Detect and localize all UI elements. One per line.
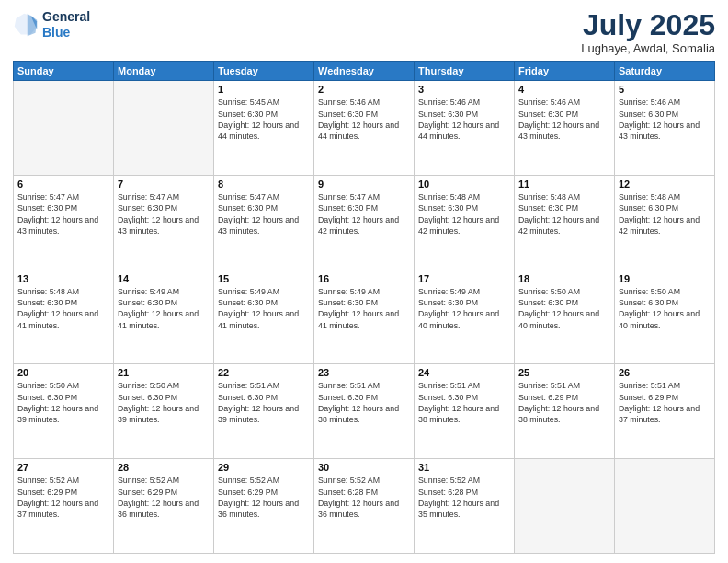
day-cell: 27Sunrise: 5:52 AM Sunset: 6:29 PM Dayli… [14,459,114,554]
day-info: Sunrise: 5:52 AM Sunset: 6:28 PM Dayligh… [318,475,410,520]
day-cell: 7Sunrise: 5:47 AM Sunset: 6:30 PM Daylig… [114,175,214,270]
location: Lughaye, Awdal, Somalia [581,41,715,55]
day-info: Sunrise: 5:52 AM Sunset: 6:29 PM Dayligh… [218,475,310,520]
day-cell: 30Sunrise: 5:52 AM Sunset: 6:28 PM Dayli… [314,459,415,554]
day-header-thursday: Thursday [415,62,515,81]
day-cell: 8Sunrise: 5:47 AM Sunset: 6:30 PM Daylig… [214,175,314,270]
day-info: Sunrise: 5:50 AM Sunset: 6:30 PM Dayligh… [17,380,109,425]
day-number: 24 [418,367,510,378]
calendar: SundayMondayTuesdayWednesdayThursdayFrid… [13,61,715,554]
page: General Blue July 2025 Lughaye, Awdal, S… [0,0,728,563]
week-row-1: 1Sunrise: 5:45 AM Sunset: 6:30 PM Daylig… [14,81,715,176]
day-number: 3 [418,84,510,95]
day-cell: 5Sunrise: 5:46 AM Sunset: 6:30 PM Daylig… [615,81,715,176]
logo-icon [13,12,39,38]
day-number: 8 [218,178,310,190]
day-number: 30 [318,462,410,473]
day-cell: 17Sunrise: 5:49 AM Sunset: 6:30 PM Dayli… [415,270,515,364]
day-info: Sunrise: 5:46 AM Sunset: 6:30 PM Dayligh… [518,97,610,142]
week-row-5: 27Sunrise: 5:52 AM Sunset: 6:29 PM Dayli… [14,459,715,554]
day-cell [14,81,114,176]
day-number: 5 [619,84,711,95]
day-number: 9 [318,178,410,190]
day-info: Sunrise: 5:46 AM Sunset: 6:30 PM Dayligh… [619,97,711,142]
day-header-sunday: Sunday [14,62,114,81]
day-header-monday: Monday [114,62,214,81]
day-cell [515,459,615,554]
day-info: Sunrise: 5:49 AM Sunset: 6:30 PM Dayligh… [318,286,410,331]
day-cell [114,81,214,176]
day-cell: 21Sunrise: 5:50 AM Sunset: 6:30 PM Dayli… [114,364,214,459]
day-cell: 31Sunrise: 5:52 AM Sunset: 6:28 PM Dayli… [415,459,515,554]
day-header-saturday: Saturday [615,62,715,81]
day-info: Sunrise: 5:47 AM Sunset: 6:30 PM Dayligh… [17,191,109,236]
day-info: Sunrise: 5:48 AM Sunset: 6:30 PM Dayligh… [518,191,610,236]
day-cell: 20Sunrise: 5:50 AM Sunset: 6:30 PM Dayli… [14,364,114,459]
week-row-2: 6Sunrise: 5:47 AM Sunset: 6:30 PM Daylig… [14,175,715,270]
day-header-tuesday: Tuesday [214,62,314,81]
day-cell: 1Sunrise: 5:45 AM Sunset: 6:30 PM Daylig… [214,81,314,176]
day-number: 20 [17,367,109,378]
day-cell: 9Sunrise: 5:47 AM Sunset: 6:30 PM Daylig… [314,175,415,270]
week-row-4: 20Sunrise: 5:50 AM Sunset: 6:30 PM Dayli… [14,364,715,459]
logo-text: General Blue [42,9,90,40]
day-number: 18 [518,273,610,284]
day-number: 29 [218,462,310,473]
day-number: 21 [118,367,210,378]
day-cell: 16Sunrise: 5:49 AM Sunset: 6:30 PM Dayli… [314,270,415,364]
day-header-friday: Friday [515,62,615,81]
day-cell: 23Sunrise: 5:51 AM Sunset: 6:30 PM Dayli… [314,364,415,459]
day-cell: 2Sunrise: 5:46 AM Sunset: 6:30 PM Daylig… [314,81,415,176]
day-info: Sunrise: 5:50 AM Sunset: 6:30 PM Dayligh… [619,286,711,331]
day-number: 4 [518,84,610,95]
day-info: Sunrise: 5:48 AM Sunset: 6:30 PM Dayligh… [418,191,510,236]
day-cell: 25Sunrise: 5:51 AM Sunset: 6:29 PM Dayli… [515,364,615,459]
day-number: 1 [218,84,310,95]
day-number: 23 [318,367,410,378]
day-number: 15 [218,273,310,284]
day-number: 22 [218,367,310,378]
day-info: Sunrise: 5:52 AM Sunset: 6:29 PM Dayligh… [17,475,109,520]
day-info: Sunrise: 5:48 AM Sunset: 6:30 PM Dayligh… [619,191,711,236]
day-info: Sunrise: 5:51 AM Sunset: 6:29 PM Dayligh… [518,380,610,425]
day-number: 10 [418,178,510,190]
week-row-3: 13Sunrise: 5:48 AM Sunset: 6:30 PM Dayli… [14,270,715,364]
day-number: 13 [17,273,109,284]
day-cell: 18Sunrise: 5:50 AM Sunset: 6:30 PM Dayli… [515,270,615,364]
day-info: Sunrise: 5:51 AM Sunset: 6:30 PM Dayligh… [218,380,310,425]
day-cell: 14Sunrise: 5:49 AM Sunset: 6:30 PM Dayli… [114,270,214,364]
day-cell: 15Sunrise: 5:49 AM Sunset: 6:30 PM Dayli… [214,270,314,364]
day-info: Sunrise: 5:52 AM Sunset: 6:29 PM Dayligh… [118,475,210,520]
day-number: 31 [418,462,510,473]
day-header-wednesday: Wednesday [314,62,415,81]
day-cell: 13Sunrise: 5:48 AM Sunset: 6:30 PM Dayli… [14,270,114,364]
day-number: 25 [518,367,610,378]
day-number: 28 [118,462,210,473]
day-info: Sunrise: 5:47 AM Sunset: 6:30 PM Dayligh… [218,191,310,236]
day-info: Sunrise: 5:51 AM Sunset: 6:30 PM Dayligh… [418,380,510,425]
day-number: 17 [418,273,510,284]
day-cell: 11Sunrise: 5:48 AM Sunset: 6:30 PM Dayli… [515,175,615,270]
day-cell: 22Sunrise: 5:51 AM Sunset: 6:30 PM Dayli… [214,364,314,459]
day-cell: 4Sunrise: 5:46 AM Sunset: 6:30 PM Daylig… [515,81,615,176]
day-cell: 24Sunrise: 5:51 AM Sunset: 6:30 PM Dayli… [415,364,515,459]
day-cell: 3Sunrise: 5:46 AM Sunset: 6:30 PM Daylig… [415,81,515,176]
day-number: 16 [318,273,410,284]
day-number: 11 [518,178,610,190]
logo: General Blue [13,9,90,40]
day-info: Sunrise: 5:49 AM Sunset: 6:30 PM Dayligh… [218,286,310,331]
day-info: Sunrise: 5:52 AM Sunset: 6:28 PM Dayligh… [418,475,510,520]
day-number: 26 [619,367,711,378]
day-cell: 10Sunrise: 5:48 AM Sunset: 6:30 PM Dayli… [415,175,515,270]
day-info: Sunrise: 5:51 AM Sunset: 6:29 PM Dayligh… [619,380,711,425]
day-info: Sunrise: 5:51 AM Sunset: 6:30 PM Dayligh… [318,380,410,425]
title-block: July 2025 Lughaye, Awdal, Somalia [581,9,715,55]
day-number: 14 [118,273,210,284]
day-cell [615,459,715,554]
day-cell: 26Sunrise: 5:51 AM Sunset: 6:29 PM Dayli… [615,364,715,459]
day-info: Sunrise: 5:46 AM Sunset: 6:30 PM Dayligh… [318,97,410,142]
day-number: 6 [17,178,109,190]
day-info: Sunrise: 5:49 AM Sunset: 6:30 PM Dayligh… [118,286,210,331]
month-title: July 2025 [581,9,715,41]
day-number: 19 [619,273,711,284]
